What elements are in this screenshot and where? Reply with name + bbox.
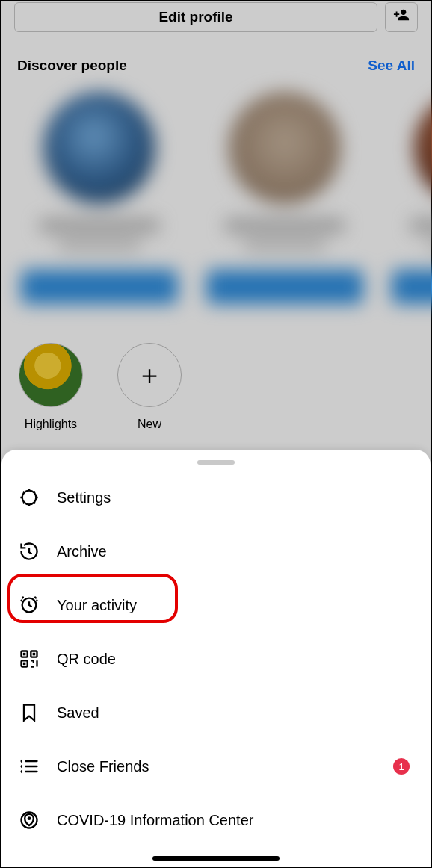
edit-profile-button[interactable]: Edit profile — [14, 2, 377, 32]
menu-item-saved[interactable]: Saved — [1, 686, 431, 740]
highlight-item[interactable]: Highlights — [17, 343, 84, 431]
add-friend-button[interactable] — [385, 2, 418, 32]
menu-item-label: COVID-19 Information Center — [57, 812, 253, 829]
menu-item-label: Settings — [57, 489, 111, 506]
svg-point-29 — [28, 818, 30, 819]
menu-item-covid-info[interactable]: COVID-19 Information Center — [1, 793, 431, 847]
activity-icon — [18, 594, 40, 616]
discover-name — [40, 219, 159, 232]
plus-icon: ＋ — [136, 362, 163, 388]
settings-icon — [18, 486, 40, 509]
menu-item-label: Saved — [57, 704, 99, 722]
svg-rect-21 — [24, 663, 25, 664]
discover-name — [225, 219, 345, 232]
discover-card[interactable] — [388, 92, 432, 304]
discover-subtitle — [244, 240, 326, 250]
follow-button[interactable] — [392, 270, 432, 304]
menu-item-label: Your activity — [57, 597, 137, 614]
menu-item-label: Archive — [57, 543, 107, 560]
svg-point-14 — [27, 495, 32, 500]
menu-item-your-activity[interactable]: Your activity — [1, 578, 431, 632]
discover-name — [410, 219, 432, 232]
menu-item-qr-code[interactable]: QR code — [1, 632, 431, 686]
menu-item-close-friends[interactable]: Close Friends 1 — [1, 740, 431, 793]
discover-card[interactable] — [203, 92, 367, 304]
follow-button[interactable] — [21, 270, 178, 304]
highlight-image — [19, 344, 82, 406]
discover-people-title: Discover people — [17, 58, 127, 74]
options-bottom-sheet: Settings Archive Your activity QR code S — [1, 450, 431, 867]
discover-card[interactable] — [17, 92, 182, 304]
highlight-label: Highlights — [25, 418, 77, 431]
home-indicator[interactable] — [152, 856, 280, 861]
highlight-label: New — [138, 418, 161, 431]
archive-icon — [18, 540, 40, 562]
close-friends-icon — [18, 755, 40, 778]
close-friends-badge: 1 — [393, 758, 410, 775]
highlight-new-button[interactable]: ＋ New — [116, 343, 183, 431]
discover-subtitle — [429, 240, 432, 250]
discover-avatar — [414, 92, 432, 204]
svg-marker-26 — [20, 765, 22, 769]
discover-subtitle — [58, 240, 141, 250]
sheet-grabber[interactable] — [197, 460, 235, 465]
menu-item-label: Close Friends — [57, 758, 149, 775]
menu-item-label: QR code — [57, 651, 116, 668]
svg-rect-20 — [34, 654, 34, 654]
discover-carousel[interactable] — [1, 92, 431, 304]
svg-marker-27 — [20, 770, 22, 774]
menu-item-settings[interactable]: Settings — [1, 471, 431, 524]
covid-info-icon — [18, 809, 40, 831]
add-person-icon — [393, 7, 410, 28]
qr-code-icon — [18, 648, 40, 670]
follow-button[interactable] — [206, 270, 363, 304]
see-all-link[interactable]: See All — [368, 58, 415, 74]
svg-marker-25 — [20, 760, 22, 763]
svg-rect-19 — [24, 654, 25, 654]
saved-icon — [18, 701, 40, 724]
discover-avatar — [229, 92, 341, 204]
discover-avatar — [43, 92, 155, 204]
menu-item-archive[interactable]: Archive — [1, 524, 431, 578]
